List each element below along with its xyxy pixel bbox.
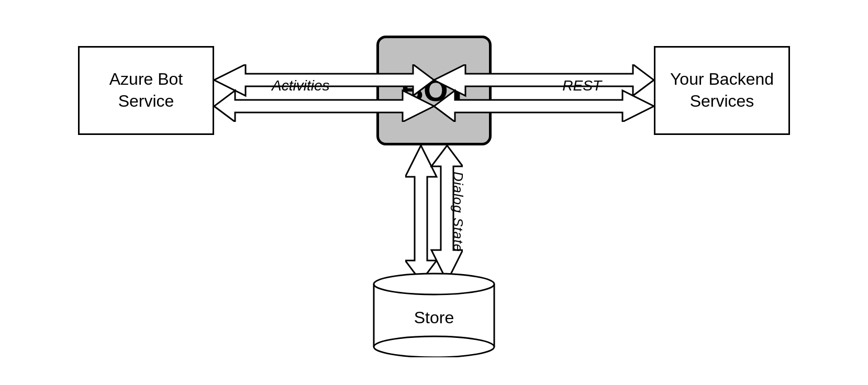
svg-point-9 <box>374 336 494 357</box>
svg-marker-3 <box>434 90 654 122</box>
dialog-state-label: Dialog State <box>450 172 466 252</box>
backend-services-label: Your Backend Services <box>670 69 774 112</box>
diagram: Azure Bot Service Your Backend Services … <box>68 15 800 370</box>
azure-bot-service-label: Azure Bot Service <box>109 69 183 112</box>
svg-point-10 <box>374 274 494 295</box>
activities-label: Activities <box>272 77 329 94</box>
svg-marker-1 <box>214 90 434 122</box>
svg-text:Store: Store <box>414 308 454 327</box>
rest-arrow <box>434 64 654 122</box>
azure-bot-service-box: Azure Bot Service <box>78 46 214 135</box>
svg-marker-2 <box>434 64 654 96</box>
store-cylinder: Store <box>371 263 497 357</box>
rest-label: REST <box>562 77 602 94</box>
backend-services-box: Your Backend Services <box>654 46 790 135</box>
